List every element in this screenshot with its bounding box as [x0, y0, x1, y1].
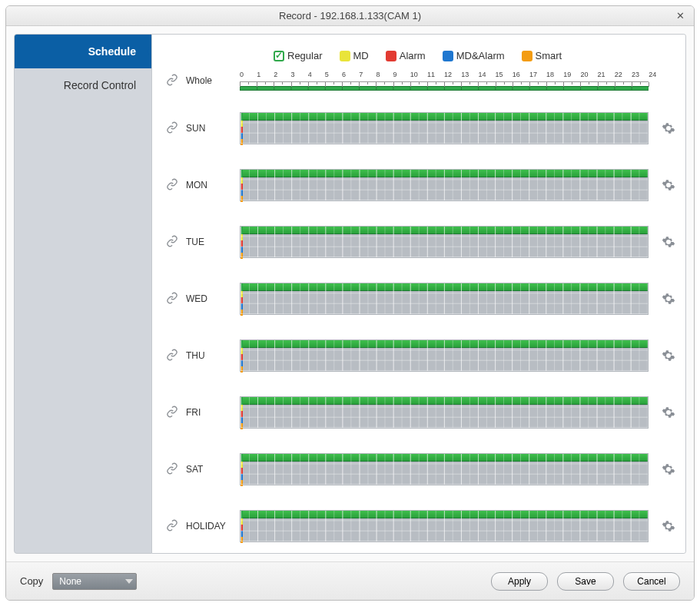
hour-label: 4 [308, 71, 325, 81]
gear-icon[interactable] [659, 462, 678, 476]
hour-scale: 0123456789101112131415161718192021222324 [240, 71, 649, 81]
day-timeline[interactable] [240, 453, 649, 485]
day-timeline[interactable] [240, 396, 649, 429]
day-label: SAT [186, 464, 240, 475]
legend-label: Regular [287, 50, 323, 61]
schedule-row: THU [166, 335, 678, 376]
schedule-row: WED [166, 278, 678, 320]
sidebar: Schedule Record Control [14, 34, 152, 554]
hour-label: 8 [376, 71, 393, 81]
gear-icon[interactable] [659, 519, 678, 533]
link-icon[interactable] [166, 74, 178, 88]
legend-smart[interactable]: Smart [522, 50, 562, 61]
day-timeline[interactable] [240, 283, 649, 315]
close-icon[interactable]: ✕ [672, 6, 688, 26]
swatch-icon [340, 51, 350, 61]
hour-label: 19 [563, 71, 580, 81]
hour-label: 16 [513, 71, 529, 81]
hour-label: 14 [478, 71, 495, 81]
hour-label: 21 [598, 71, 615, 81]
sidebar-item-schedule[interactable]: Schedule [15, 35, 151, 68]
day-label: WED [186, 293, 240, 304]
gear-icon[interactable] [659, 349, 678, 363]
legend-label: Smart [536, 50, 562, 61]
schedule-row: HOLIDAY [166, 505, 678, 547]
hour-label: 3 [291, 71, 308, 81]
link-icon[interactable] [166, 462, 178, 477]
chevron-down-icon [125, 579, 133, 584]
hour-label: 2 [274, 71, 290, 81]
day-timeline[interactable] [240, 169, 649, 201]
link-icon[interactable] [166, 235, 178, 250]
swatch-icon [443, 51, 453, 61]
gear-icon[interactable] [659, 406, 678, 419]
day-timeline[interactable] [240, 510, 649, 542]
main-panel: Regular MD Alarm MD&Alarm [152, 34, 686, 554]
schedule-row: SUN [166, 108, 678, 149]
day-timeline[interactable] [240, 226, 649, 258]
link-icon[interactable] [166, 178, 178, 193]
hour-label: 13 [461, 71, 478, 81]
hour-label: 15 [496, 71, 513, 81]
hour-label: 1 [257, 71, 274, 81]
day-label: Whole [186, 75, 240, 86]
day-label: THU [186, 350, 240, 361]
hour-label: 10 [410, 71, 427, 81]
hour-label: 22 [615, 71, 632, 81]
gear-icon[interactable] [659, 292, 678, 306]
day-label: TUE [186, 237, 240, 247]
legend-label: MD&Alarm [456, 50, 505, 61]
gear-icon[interactable] [659, 121, 678, 135]
window-title: Record - 192.168.1.133(CAM 1) [279, 10, 421, 22]
schedule-row: SAT [166, 449, 678, 490]
record-type-legend: Regular MD Alarm MD&Alarm [274, 50, 678, 61]
day-label: SUN [186, 123, 240, 134]
link-icon[interactable] [166, 121, 178, 136]
hour-label: 18 [546, 71, 563, 81]
legend-md[interactable]: MD [340, 50, 369, 61]
day-timeline[interactable] [240, 112, 649, 144]
copy-select-value: None [59, 576, 81, 587]
day-label: MON [186, 180, 240, 190]
swatch-icon [386, 51, 396, 61]
schedule-row-whole: Whole 0123456789101112131415161718192021… [166, 69, 678, 92]
hour-label: 11 [427, 71, 444, 81]
hour-ticks [240, 81, 649, 86]
gear-icon[interactable] [659, 178, 678, 192]
legend-label: Alarm [400, 50, 426, 61]
hour-label: 17 [529, 71, 546, 81]
hour-label: 9 [393, 71, 410, 81]
sidebar-item-record-control[interactable]: Record Control [15, 68, 151, 102]
gear-icon[interactable] [659, 235, 678, 249]
sidebar-item-label: Schedule [88, 45, 136, 58]
copy-select[interactable]: None [52, 573, 137, 590]
copy-label: Copy [20, 575, 43, 587]
hour-label: 20 [580, 71, 597, 81]
link-icon[interactable] [166, 349, 178, 363]
day-label: FRI [186, 407, 240, 418]
legend-label: MD [353, 50, 369, 61]
link-icon[interactable] [166, 292, 178, 306]
hour-label: 5 [325, 71, 342, 81]
apply-button[interactable]: Apply [491, 572, 548, 591]
save-button[interactable]: Save [557, 572, 614, 591]
schedule-row: MON [166, 164, 678, 206]
hour-label: 23 [632, 71, 649, 81]
schedule-row: TUE [166, 221, 678, 263]
day-label: HOLIDAY [186, 521, 240, 531]
link-icon[interactable] [166, 519, 178, 534]
checkbox-icon [274, 51, 284, 61]
cancel-button[interactable]: Cancel [623, 572, 680, 591]
hour-label: 12 [444, 71, 461, 81]
schedule-row: FRI [166, 392, 678, 433]
swatch-icon [522, 51, 532, 61]
hour-label: 6 [342, 71, 359, 81]
legend-md-alarm[interactable]: MD&Alarm [443, 50, 505, 61]
hour-label: 7 [359, 71, 376, 81]
window-titlebar: Record - 192.168.1.133(CAM 1) ✕ [6, 6, 694, 26]
legend-alarm[interactable]: Alarm [386, 50, 426, 61]
legend-regular[interactable]: Regular [274, 50, 323, 61]
link-icon[interactable] [166, 406, 178, 420]
bottom-toolbar: Copy None Apply Save Cancel [6, 561, 694, 600]
day-timeline[interactable] [240, 339, 649, 372]
